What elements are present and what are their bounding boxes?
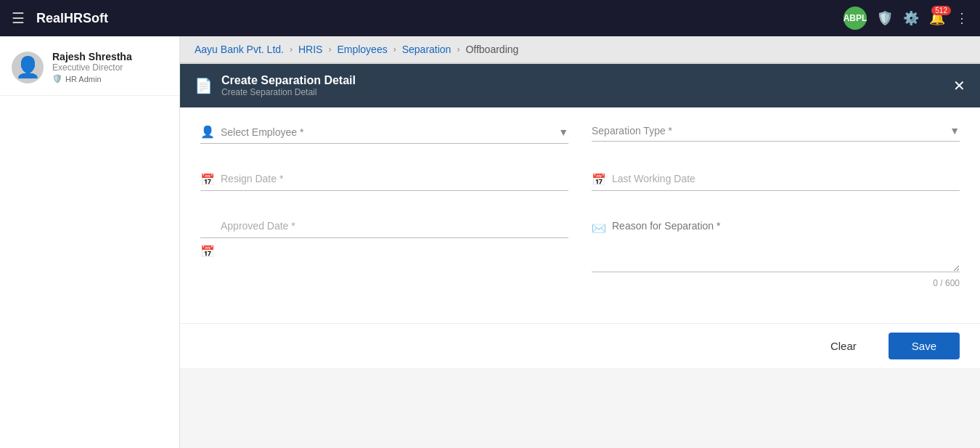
form-header-left: 📄 Create Separation Detail Create Separa… [195, 74, 356, 97]
resign-date-group: 📅 [200, 167, 568, 191]
calendar-icon-last: 📅 [592, 172, 606, 186]
calendar-icon-approved: 📅 [200, 245, 215, 258]
form-row-1: 👤 Select Employee * ▼ Separation Type * [200, 125, 960, 144]
topnav-left: ☰ RealHRSoft [12, 9, 108, 27]
char-count: 0 / 600 [592, 278, 960, 288]
last-working-date-group: 📅 [592, 167, 960, 191]
hamburger-menu[interactable]: ☰ [12, 9, 25, 27]
breadcrumb-sep-2: › [328, 44, 331, 54]
main-layout: 👤 Rajesh Shrestha Executive Director 🛡️ … [0, 36, 980, 448]
breadcrumb-sep-1: › [290, 44, 293, 54]
more-options-icon[interactable]: ⋮ [955, 10, 968, 26]
save-button[interactable]: Save [889, 333, 960, 359]
form-body: 👤 Select Employee * ▼ Separation Type * [180, 107, 980, 323]
separation-type-arrow: ▼ [950, 125, 960, 137]
employee-dropdown-arrow: ▼ [558, 126, 568, 138]
form-header-text: Create Separation Detail Create Separati… [221, 74, 356, 97]
separation-type-wrap: Separation Type * ▼ [592, 125, 960, 142]
select-employee-group: 👤 Select Employee * ▼ [200, 125, 568, 144]
breadcrumb-sep-4: › [457, 44, 460, 54]
form-panel: 📄 Create Separation Detail Create Separa… [180, 63, 980, 368]
resign-date-input[interactable] [200, 167, 568, 191]
separation-type-group: Separation Type * ▼ [592, 125, 960, 144]
app-logo: RealHRSoft [36, 11, 108, 26]
employee-select-wrap: 👤 Select Employee * ▼ [200, 125, 568, 144]
user-profile: 👤 Rajesh Shrestha Executive Director 🛡️ … [0, 45, 179, 96]
topnav-right: ABPL 🛡️ ⚙️ 🔔 512 ⋮ [844, 7, 968, 30]
form-footer: Clear Save [180, 323, 980, 368]
user-name: Rajesh Shrestha [52, 51, 132, 62]
top-navbar: ☰ RealHRSoft ABPL 🛡️ ⚙️ 🔔 512 ⋮ [0, 0, 980, 36]
breadcrumb-separation[interactable]: Separation [402, 44, 452, 55]
separation-type-input[interactable]: Separation Type * [592, 125, 947, 137]
reason-for-separation-input[interactable] [592, 214, 960, 272]
settings-icon[interactable]: ⚙️ [903, 10, 919, 26]
notification-bell-wrap: 🔔 512 [929, 10, 945, 26]
shield-icon: 🛡️ [877, 10, 893, 26]
breadcrumb-hris[interactable]: HRIS [298, 44, 322, 55]
breadcrumb-aayu[interactable]: Aayu Bank Pvt. Ltd. [195, 44, 284, 55]
close-button[interactable]: ✕ [953, 77, 965, 94]
person-icon: 👤 [200, 125, 215, 139]
approved-date-group: 📅 [200, 214, 568, 288]
notification-count: 512 [931, 6, 951, 15]
user-details: Rajesh Shrestha Executive Director 🛡️ HR… [52, 51, 132, 84]
form-subtitle: Create Separation Detail [221, 87, 356, 97]
breadcrumb-offboarding: Offboarding [465, 44, 518, 55]
breadcrumb: Aayu Bank Pvt. Ltd. › HRIS › Employees ›… [180, 36, 980, 63]
breadcrumb-sep-3: › [393, 44, 396, 54]
message-icon: ✉️ [592, 221, 606, 235]
breadcrumb-employees[interactable]: Employees [337, 44, 387, 55]
form-row-3: 📅 ✉️ 0 / 600 [200, 214, 960, 288]
org-avatar: ABPL [844, 7, 867, 30]
last-working-date-input[interactable] [592, 167, 960, 191]
avatar: 👤 [12, 52, 44, 84]
form-title: Create Separation Detail [221, 74, 356, 87]
form-header: 📄 Create Separation Detail Create Separa… [180, 64, 980, 107]
clear-button[interactable]: Clear [807, 333, 880, 359]
main-content: Aayu Bank Pvt. Ltd. › HRIS › Employees ›… [180, 36, 980, 448]
sidebar: 👤 Rajesh Shrestha Executive Director 🛡️ … [0, 36, 180, 448]
reason-for-separation-group: ✉️ 0 / 600 [592, 214, 960, 288]
user-role: 🛡️ HR Admin [52, 74, 132, 84]
approved-date-input[interactable] [200, 214, 568, 238]
calendar-icon-resign: 📅 [200, 172, 215, 186]
user-title: Executive Director [52, 62, 132, 73]
form-document-icon: 📄 [195, 77, 213, 94]
select-employee-input[interactable]: Select Employee * [221, 126, 555, 138]
shield-small-icon: 🛡️ [52, 74, 62, 84]
form-row-2: 📅 📅 [200, 167, 960, 191]
